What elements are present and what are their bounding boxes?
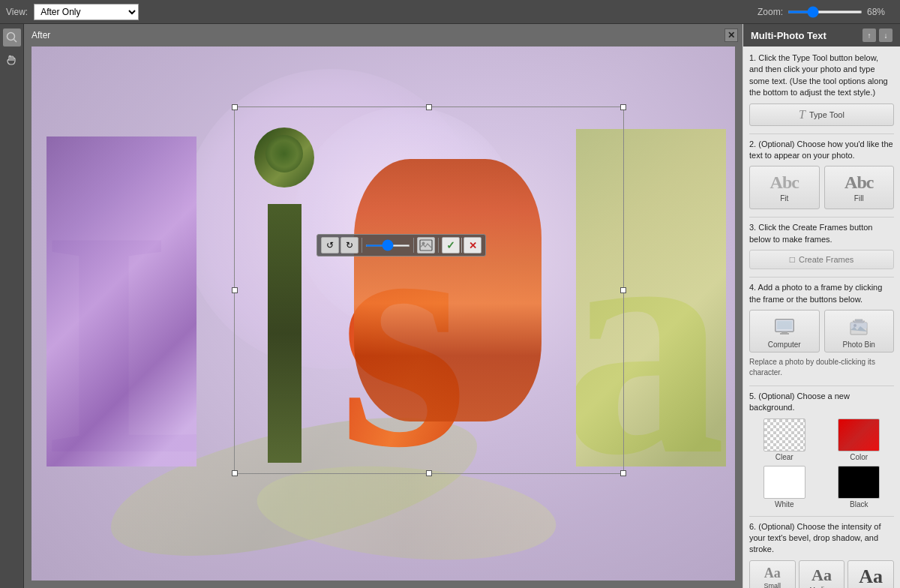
create-frames-button[interactable]: □ Create Frames [749, 250, 894, 269]
create-frames-label: Create Frames [799, 255, 854, 264]
panel-body: 1. Click the Type Tool button below, and… [743, 46, 900, 588]
photo-bin-label: Photo Bin [843, 340, 875, 349]
handle-br[interactable] [620, 470, 626, 476]
handle-bc[interactable] [426, 470, 432, 476]
replace-text: Replace a photo by double-clicking its c… [749, 357, 894, 378]
handle-tr[interactable] [620, 104, 626, 110]
zoom-label: Zoom: [758, 7, 783, 17]
accept-button[interactable]: ✓ [442, 237, 460, 254]
photo-bin-button[interactable]: Photo Bin [824, 310, 895, 352]
photo-canvas[interactable]: L L L [32, 46, 735, 580]
black-swatch-box [838, 466, 880, 499]
step1-text: 1. Click the Type Tool button below, and… [749, 52, 894, 99]
fit-label: Fit [780, 194, 788, 202]
divider-3 [749, 277, 894, 278]
create-frames-icon: □ [790, 254, 795, 265]
clear-swatch[interactable]: Clear [749, 418, 820, 461]
panel-sync-icons: ↑ ↓ [862, 28, 892, 42]
step-6: 6. (Optional) Choose the intensity of yo… [749, 521, 894, 588]
left-tools [0, 24, 24, 588]
step3-text: 3. Click the Create Frames button below … [749, 222, 894, 245]
add-image-button[interactable] [417, 237, 435, 254]
letter-L[interactable]: L L L [46, 136, 196, 466]
view-select[interactable]: After Only Before Only Before & After (H… [34, 4, 139, 20]
color-swatch[interactable]: Color [824, 418, 895, 461]
accept-reject-divider [461, 238, 462, 253]
computer-label: Computer [768, 340, 801, 349]
step-5: 5. (Optional) Choose a new background. C… [749, 391, 894, 508]
zoom-percent: 68% [867, 7, 894, 17]
large-intensity-button[interactable]: Aa Large [848, 560, 894, 588]
close-button[interactable]: ✕ [724, 28, 738, 42]
svg-rect-14 [780, 333, 789, 334]
step5-text: 5. (Optional) Choose a new background. [749, 391, 894, 414]
divider-5 [749, 516, 894, 517]
clear-label: Clear [776, 453, 794, 461]
main-layout: After ✕ L [0, 24, 900, 588]
svg-rect-13 [782, 332, 788, 333]
source-row: Computer [749, 310, 894, 352]
reject-button[interactable]: ✕ [464, 237, 482, 254]
sync-up-button[interactable]: ↑ [862, 28, 876, 42]
divider-1 [749, 134, 894, 134]
step4-text: 4. Add a photo to a frame by clicking th… [749, 282, 894, 305]
handle-tc[interactable] [426, 104, 432, 110]
small-icon: Aa [764, 566, 781, 581]
fitfill-row: Abc Fit Abc Fill [749, 166, 894, 209]
computer-button[interactable]: Computer [749, 310, 820, 352]
selection-box[interactable] [234, 106, 624, 474]
handle-ml[interactable] [232, 287, 238, 293]
opacity-slider[interactable] [365, 244, 410, 247]
small-label: Small [764, 582, 782, 588]
toolbar-divider-1 [362, 238, 362, 253]
intensity-row: Aa Small Aa Medium Aa Large [749, 560, 894, 588]
medium-icon: Aa [812, 566, 832, 585]
zoom-section: Zoom: 68% [758, 7, 894, 17]
black-swatch[interactable]: Black [824, 466, 895, 508]
type-tool-icon: T [799, 108, 806, 122]
sync-down-button[interactable]: ↓ [879, 28, 892, 42]
step6-text: 6. (Optional) Choose the intensity of yo… [749, 521, 894, 556]
svg-rect-17 [850, 322, 867, 328]
bg-row-1: Clear Color [749, 418, 894, 461]
step-1: 1. Click the Type Tool button below, and… [749, 52, 894, 126]
zoom-slider[interactable] [788, 10, 862, 14]
fit-icon: Abc [770, 172, 799, 193]
step-4: 4. Add a photo to a frame by clicking th… [749, 282, 894, 378]
clear-swatch-box [764, 418, 806, 452]
top-toolbar: View: After Only Before Only Before & Af… [0, 0, 900, 24]
step-3: 3. Click the Create Frames button below … [749, 222, 894, 269]
svg-line-1 [14, 40, 16, 43]
svg-point-18 [854, 324, 856, 327]
color-swatch-box [838, 418, 880, 452]
large-icon: Aa [859, 566, 883, 588]
computer-icon [774, 318, 795, 338]
fill-button[interactable]: Abc Fill [824, 166, 895, 209]
fill-icon: Abc [844, 172, 873, 193]
bg-row-2: White Black [749, 466, 894, 508]
fit-button[interactable]: Abc Fit [749, 166, 820, 209]
fill-label: Fill [854, 194, 864, 202]
black-label: Black [850, 500, 868, 508]
handle-tl[interactable] [232, 104, 238, 110]
right-panel: Multi-Photo Text ↑ ↓ 1. Click the Type T… [742, 24, 900, 588]
toolbar-divider-3 [438, 238, 439, 253]
redo-button[interactable]: ↻ [340, 237, 358, 254]
hand-tool[interactable] [3, 51, 21, 69]
medium-intensity-button[interactable]: Aa Medium [799, 560, 845, 588]
toolbar-divider-2 [413, 238, 414, 253]
type-tool-label: Type Tool [809, 110, 844, 119]
handle-bl[interactable] [232, 470, 238, 476]
type-tool-button[interactable]: T Type Tool [749, 104, 894, 126]
panel-title-text: Multi-Photo Text [751, 30, 826, 41]
white-label: White [775, 500, 794, 508]
divider-2 [749, 217, 894, 218]
canvas-area[interactable]: After ✕ L [24, 24, 742, 588]
view-label: View: [6, 7, 28, 17]
handle-mr[interactable] [620, 287, 626, 293]
zoom-tool[interactable] [3, 28, 21, 46]
color-label: Color [850, 453, 868, 461]
white-swatch[interactable]: White [749, 466, 820, 508]
undo-button[interactable]: ↺ [321, 237, 339, 254]
small-intensity-button[interactable]: Aa Small [749, 560, 796, 588]
